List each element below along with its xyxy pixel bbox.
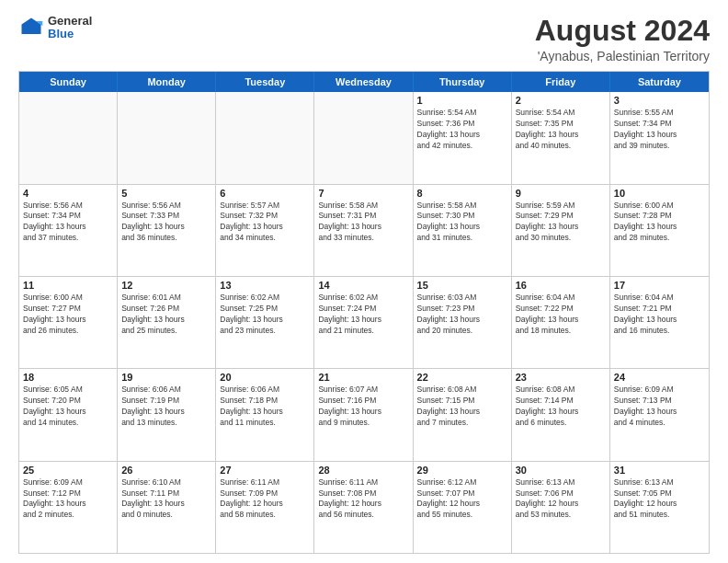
day-cell: 1Sunrise: 5:54 AM Sunset: 7:36 PM Daylig… <box>414 92 512 183</box>
day-number: 23 <box>516 372 606 383</box>
day-number: 17 <box>614 280 705 291</box>
day-cell: 12Sunrise: 6:01 AM Sunset: 7:26 PM Dayli… <box>118 277 216 368</box>
empty-cell <box>314 92 413 183</box>
day-number: 7 <box>318 188 408 199</box>
day-cell: 31Sunrise: 6:13 AM Sunset: 7:05 PM Dayli… <box>610 462 709 553</box>
day-info: Sunrise: 5:58 AM Sunset: 7:30 PM Dayligh… <box>417 201 507 245</box>
day-number: 29 <box>417 465 507 476</box>
day-info: Sunrise: 6:01 AM Sunset: 7:26 PM Dayligh… <box>121 293 211 337</box>
day-info: Sunrise: 5:54 AM Sunset: 7:35 PM Dayligh… <box>516 108 606 152</box>
day-number: 19 <box>121 372 211 383</box>
day-cell: 7Sunrise: 5:58 AM Sunset: 7:31 PM Daylig… <box>314 185 413 276</box>
day-number: 3 <box>614 95 705 106</box>
day-cell: 23Sunrise: 6:08 AM Sunset: 7:14 PM Dayli… <box>512 369 610 460</box>
day-info: Sunrise: 6:02 AM Sunset: 7:25 PM Dayligh… <box>220 293 310 337</box>
empty-cell <box>118 92 216 183</box>
day-info: Sunrise: 6:00 AM Sunset: 7:28 PM Dayligh… <box>614 201 705 245</box>
day-number: 4 <box>23 188 113 199</box>
day-number: 8 <box>417 188 507 199</box>
day-number: 28 <box>318 465 408 476</box>
day-cell: 29Sunrise: 6:12 AM Sunset: 7:07 PM Dayli… <box>414 462 512 553</box>
day-info: Sunrise: 5:55 AM Sunset: 7:34 PM Dayligh… <box>614 108 705 152</box>
day-number: 26 <box>121 465 211 476</box>
day-cell: 5Sunrise: 5:56 AM Sunset: 7:33 PM Daylig… <box>118 185 216 276</box>
day-cell: 26Sunrise: 6:10 AM Sunset: 7:11 PM Dayli… <box>118 462 216 553</box>
weekday-header: Wednesday <box>314 72 413 92</box>
subtitle: 'Aynabus, Palestinian Territory <box>535 49 710 63</box>
day-number: 14 <box>318 280 408 291</box>
day-number: 21 <box>318 372 408 383</box>
day-number: 10 <box>614 188 705 199</box>
calendar-row: 25Sunrise: 6:09 AM Sunset: 7:12 PM Dayli… <box>19 461 709 553</box>
day-cell: 9Sunrise: 5:59 AM Sunset: 7:29 PM Daylig… <box>512 185 610 276</box>
day-info: Sunrise: 6:10 AM Sunset: 7:11 PM Dayligh… <box>121 477 211 522</box>
day-number: 24 <box>614 372 705 383</box>
day-cell: 3Sunrise: 5:55 AM Sunset: 7:34 PM Daylig… <box>610 92 709 183</box>
day-cell: 25Sunrise: 6:09 AM Sunset: 7:12 PM Dayli… <box>19 462 118 553</box>
weekday-header: Saturday <box>610 72 709 92</box>
day-info: Sunrise: 6:00 AM Sunset: 7:27 PM Dayligh… <box>23 293 113 337</box>
day-number: 27 <box>220 465 310 476</box>
day-number: 5 <box>121 188 211 199</box>
day-number: 22 <box>417 372 507 383</box>
day-number: 20 <box>220 372 310 383</box>
day-info: Sunrise: 5:59 AM Sunset: 7:29 PM Dayligh… <box>516 201 606 245</box>
day-cell: 14Sunrise: 6:02 AM Sunset: 7:24 PM Dayli… <box>314 277 413 368</box>
day-cell: 2Sunrise: 5:54 AM Sunset: 7:35 PM Daylig… <box>512 92 610 183</box>
day-cell: 28Sunrise: 6:11 AM Sunset: 7:08 PM Dayli… <box>314 462 413 553</box>
day-cell: 27Sunrise: 6:11 AM Sunset: 7:09 PM Dayli… <box>216 462 314 553</box>
day-cell: 18Sunrise: 6:05 AM Sunset: 7:20 PM Dayli… <box>19 369 118 460</box>
main-title: August 2024 <box>535 15 710 47</box>
day-number: 6 <box>220 188 310 199</box>
day-info: Sunrise: 6:13 AM Sunset: 7:06 PM Dayligh… <box>516 477 606 522</box>
day-cell: 8Sunrise: 5:58 AM Sunset: 7:30 PM Daylig… <box>414 185 512 276</box>
day-cell: 21Sunrise: 6:07 AM Sunset: 7:16 PM Dayli… <box>314 369 413 460</box>
page: General Blue August 2024 'Aynabus, Pales… <box>0 0 728 563</box>
day-info: Sunrise: 6:02 AM Sunset: 7:24 PM Dayligh… <box>318 293 408 337</box>
day-info: Sunrise: 6:09 AM Sunset: 7:13 PM Dayligh… <box>614 385 705 429</box>
day-info: Sunrise: 6:05 AM Sunset: 7:20 PM Dayligh… <box>23 385 113 429</box>
weekday-header: Tuesday <box>216 72 314 92</box>
day-cell: 20Sunrise: 6:06 AM Sunset: 7:18 PM Dayli… <box>216 369 314 460</box>
logo-general: General <box>48 15 92 28</box>
day-info: Sunrise: 6:06 AM Sunset: 7:18 PM Dayligh… <box>220 385 310 429</box>
day-info: Sunrise: 6:07 AM Sunset: 7:16 PM Dayligh… <box>318 385 408 429</box>
day-cell: 15Sunrise: 6:03 AM Sunset: 7:23 PM Dayli… <box>414 277 512 368</box>
weekday-header: Friday <box>512 72 610 92</box>
day-number: 16 <box>516 280 606 291</box>
weekday-header: Thursday <box>414 72 512 92</box>
day-info: Sunrise: 6:08 AM Sunset: 7:15 PM Dayligh… <box>417 385 507 429</box>
day-info: Sunrise: 6:04 AM Sunset: 7:22 PM Dayligh… <box>516 293 606 337</box>
day-number: 9 <box>516 188 606 199</box>
day-number: 13 <box>220 280 310 291</box>
day-info: Sunrise: 6:09 AM Sunset: 7:12 PM Dayligh… <box>23 477 113 522</box>
weekday-header: Monday <box>118 72 216 92</box>
title-block: August 2024 'Aynabus, Palestinian Territ… <box>535 15 710 63</box>
day-number: 15 <box>417 280 507 291</box>
day-cell: 16Sunrise: 6:04 AM Sunset: 7:22 PM Dayli… <box>512 277 610 368</box>
day-cell: 11Sunrise: 6:00 AM Sunset: 7:27 PM Dayli… <box>19 277 118 368</box>
day-info: Sunrise: 5:58 AM Sunset: 7:31 PM Dayligh… <box>318 201 408 245</box>
day-number: 1 <box>417 95 507 106</box>
day-cell: 13Sunrise: 6:02 AM Sunset: 7:25 PM Dayli… <box>216 277 314 368</box>
calendar-row: 1Sunrise: 5:54 AM Sunset: 7:36 PM Daylig… <box>19 92 709 183</box>
day-cell: 17Sunrise: 6:04 AM Sunset: 7:21 PM Dayli… <box>610 277 709 368</box>
day-info: Sunrise: 5:56 AM Sunset: 7:33 PM Dayligh… <box>121 201 211 245</box>
day-info: Sunrise: 6:13 AM Sunset: 7:05 PM Dayligh… <box>614 477 705 522</box>
day-info: Sunrise: 5:54 AM Sunset: 7:36 PM Dayligh… <box>417 108 507 152</box>
svg-marker-0 <box>22 18 41 35</box>
logo: General Blue <box>18 15 92 41</box>
day-cell: 30Sunrise: 6:13 AM Sunset: 7:06 PM Dayli… <box>512 462 610 553</box>
header: General Blue August 2024 'Aynabus, Pales… <box>18 15 710 63</box>
calendar-row: 4Sunrise: 5:56 AM Sunset: 7:34 PM Daylig… <box>19 184 709 276</box>
day-number: 30 <box>516 465 606 476</box>
day-info: Sunrise: 5:57 AM Sunset: 7:32 PM Dayligh… <box>220 201 310 245</box>
calendar-row: 18Sunrise: 6:05 AM Sunset: 7:20 PM Dayli… <box>19 368 709 460</box>
logo-icon <box>18 15 44 40</box>
day-info: Sunrise: 6:04 AM Sunset: 7:21 PM Dayligh… <box>614 293 705 337</box>
logo-text: General Blue <box>48 15 92 41</box>
day-info: Sunrise: 6:11 AM Sunset: 7:08 PM Dayligh… <box>318 477 408 522</box>
calendar-header: SundayMondayTuesdayWednesdayThursdayFrid… <box>19 72 709 92</box>
day-number: 25 <box>23 465 113 476</box>
day-number: 31 <box>614 465 705 476</box>
